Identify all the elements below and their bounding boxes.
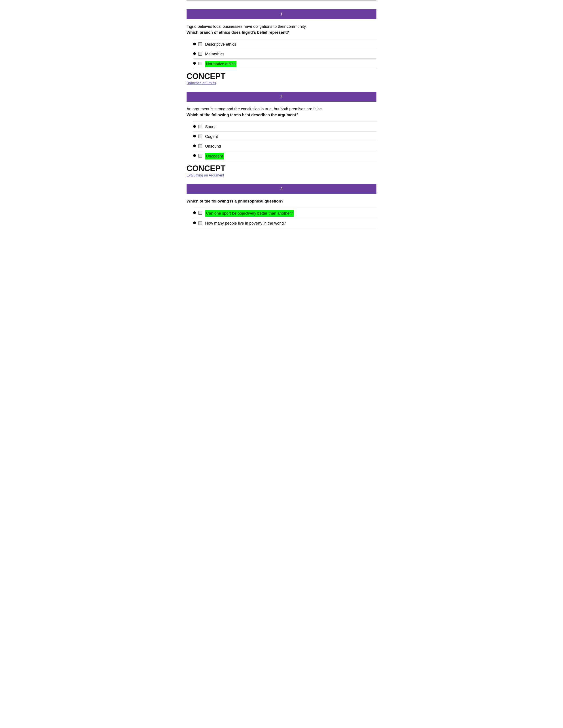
option-label-2-1: Cogent (205, 134, 218, 140)
checkbox-3-1[interactable] (198, 221, 202, 225)
question-text-3: Which of the following is a philosophica… (186, 198, 377, 204)
bullet-icon-1-1 (193, 52, 196, 55)
bullet-icon-3-1 (193, 221, 196, 224)
question-scenario-1: Ingrid believes local businesses have ob… (186, 24, 307, 29)
question-prompt-3: Which of the following is a philosophica… (186, 198, 377, 204)
question-header-2: 2 (186, 92, 377, 102)
question-prompt-2: Which of the following terms best descri… (186, 112, 377, 118)
bullet-icon-2-0 (193, 125, 196, 128)
questions-container: 1Ingrid believes local businesses have o… (186, 9, 377, 228)
checkbox-2-2[interactable] (198, 144, 202, 148)
option-item-2-0: Sound (193, 122, 377, 131)
option-item-2-2: Unsound (193, 141, 377, 151)
question-header-1: 1 (186, 9, 377, 19)
question-scenario-2: An argument is strong and the conclusion… (186, 107, 323, 111)
option-label-1-1: Metaethics (205, 51, 224, 57)
concept-link-2[interactable]: Evaluating an Argument (186, 173, 377, 177)
option-label-2-3: Uncogent (205, 153, 224, 159)
top-border (186, 0, 377, 0)
bullet-icon-2-3 (193, 154, 196, 157)
checkbox-2-1[interactable] (198, 135, 202, 138)
checkbox-1-1[interactable] (198, 52, 202, 56)
concept-title-1: CONCEPT (186, 72, 377, 80)
checkbox-1-0[interactable] (198, 42, 202, 46)
option-item-1-0: Descriptive ethics (193, 39, 377, 49)
option-label-1-2: Normative ethics (205, 61, 236, 67)
checkbox-3-0[interactable] (198, 211, 202, 215)
concept-title-2: CONCEPT (186, 165, 377, 173)
question-prompt-1: Which branch of ethics does Ingrid's bel… (186, 30, 377, 36)
checkbox-2-0[interactable] (198, 125, 202, 128)
options-list-1: Descriptive ethicsMetaethicsNormative et… (193, 39, 377, 69)
option-item-3-1: How many people live in poverty in the w… (193, 218, 377, 228)
bullet-icon-2-1 (193, 135, 196, 137)
option-label-3-0: Can one sport be objectively better than… (205, 210, 294, 217)
bullet-icon-1-2 (193, 62, 196, 65)
question-text-2: An argument is strong and the conclusion… (186, 106, 377, 118)
option-label-2-2: Unsound (205, 143, 221, 149)
concept-section-2: CONCEPTEvaluating an Argument (186, 165, 377, 177)
concept-section-1: CONCEPTBranches of Ethics (186, 72, 377, 85)
options-list-3: Can one sport be objectively better than… (193, 208, 377, 228)
question-block-3: 3Which of the following is a philosophic… (186, 184, 377, 228)
question-header-3: 3 (186, 184, 377, 194)
concept-link-1[interactable]: Branches of Ethics (186, 81, 377, 85)
checkbox-2-3[interactable] (198, 154, 202, 158)
question-block-2: 2An argument is strong and the conclusio… (186, 92, 377, 177)
option-item-3-0: Can one sport be objectively better than… (193, 208, 377, 218)
question-text-1: Ingrid believes local businesses have ob… (186, 24, 377, 36)
option-item-1-2: Normative ethics (193, 59, 377, 69)
bullet-icon-3-0 (193, 211, 196, 214)
option-item-2-1: Cogent (193, 131, 377, 141)
option-item-2-3: Uncogent (193, 151, 377, 161)
option-label-2-0: Sound (205, 124, 216, 130)
option-item-1-1: Metaethics (193, 49, 377, 59)
question-block-1: 1Ingrid believes local businesses have o… (186, 9, 377, 85)
bullet-icon-1-0 (193, 43, 196, 45)
option-label-3-1: How many people live in poverty in the w… (205, 220, 286, 226)
options-list-2: SoundCogentUnsoundUncogent (193, 122, 377, 161)
checkbox-1-2[interactable] (198, 62, 202, 65)
option-label-1-0: Descriptive ethics (205, 41, 236, 47)
bullet-icon-2-2 (193, 144, 196, 147)
